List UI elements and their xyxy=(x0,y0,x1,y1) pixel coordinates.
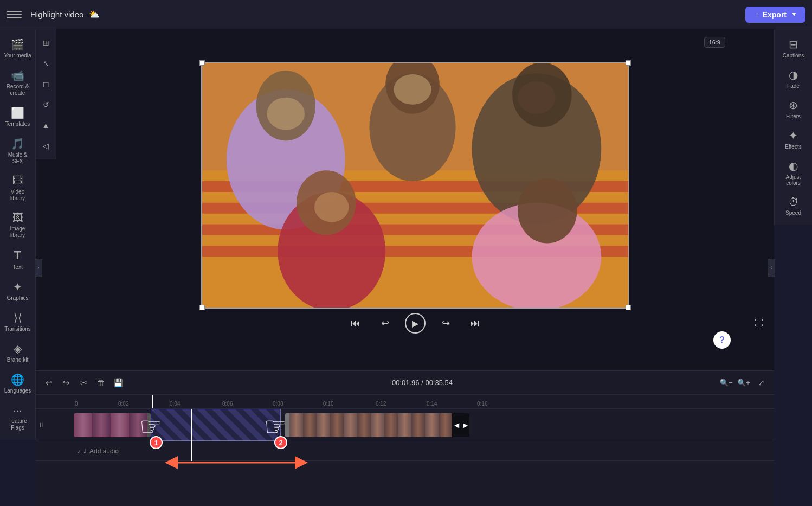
your-media-icon: 🎬 xyxy=(11,38,24,51)
svg-point-17 xyxy=(394,74,431,105)
sidebar-item-record-create[interactable]: 📹 Record & create xyxy=(2,65,34,101)
zoom-in-button[interactable]: 🔍+ xyxy=(736,375,751,390)
sidebar-item-brand-kit[interactable]: ◈ Brand kit xyxy=(2,338,34,368)
shape-tool[interactable]: ◁ xyxy=(38,138,54,154)
languages-icon: 🌐 xyxy=(11,373,24,386)
sidebar-item-video-library[interactable]: 🎞 Video library xyxy=(2,170,34,206)
captions-tool[interactable]: ⊟ Captions xyxy=(777,35,810,62)
sidebar-label-image-library: Image library xyxy=(4,226,32,239)
crop-tool[interactable]: ⊞ xyxy=(38,35,54,51)
filters-label: Filters xyxy=(786,113,801,119)
sidebar-item-text[interactable]: T Text xyxy=(2,244,34,275)
expand-timeline-button[interactable]: ⤢ xyxy=(753,375,769,390)
timeline-scroll-area[interactable]: 0 0:02 0:04 0:06 0:08 0:10 0:12 0:14 0:1… xyxy=(36,395,774,506)
ruler-mark-0: 0 xyxy=(75,401,78,407)
clip-frame xyxy=(289,413,303,437)
clip2-left-handle[interactable] xyxy=(285,413,289,437)
canvas-toolbar: ⊞ ⤡ ◻ ↺ ▲ ◁ xyxy=(36,29,56,159)
triangle-tool[interactable]: ▲ xyxy=(38,117,54,133)
scene-tool[interactable]: ◻ xyxy=(38,76,54,92)
save-snapshot-button[interactable]: 💾 xyxy=(111,375,126,390)
sidebar-label-text: Text xyxy=(12,264,22,271)
transitions-icon: ⟩⟨ xyxy=(14,311,22,324)
rotate-tool[interactable]: ↺ xyxy=(38,97,54,113)
handle-top-left[interactable] xyxy=(199,60,205,66)
record-icon: 📹 xyxy=(11,69,24,82)
menu-button[interactable] xyxy=(7,7,22,22)
forward-button[interactable]: ↪ xyxy=(436,314,455,332)
fade-tool[interactable]: ◑ Fade xyxy=(777,65,810,92)
video-library-icon: 🎞 xyxy=(12,175,23,187)
brand-kit-icon: ◈ xyxy=(14,342,22,355)
play-pause-button[interactable]: ▶ xyxy=(405,313,426,334)
redo-button[interactable]: ↪ xyxy=(59,375,74,390)
add-audio-row[interactable]: ♪ ♩ Add audio xyxy=(36,441,774,461)
speed-label: Speed xyxy=(785,210,801,216)
sidebar-item-music-sfx[interactable]: 🎵 Music & SFX xyxy=(2,133,34,169)
clip-frame xyxy=(129,413,147,437)
feature-flags-icon: ··· xyxy=(13,404,22,417)
sidebar-item-templates[interactable]: ⬜ Templates xyxy=(2,102,34,132)
sidebar-item-feature-flags[interactable]: ··· Feature Flags xyxy=(2,400,34,435)
video-track-content[interactable]: Family in Park laughing together xyxy=(74,409,774,441)
video-clip-2[interactable]: ◀ ▶ xyxy=(285,413,469,437)
sidebar-label-your-media: Your media xyxy=(4,53,31,59)
clip-frame xyxy=(371,413,384,437)
timeline-section: ↩ ↪ ✂ 🗑 💾 00:01.96 / 00:35.54 🔍− 🔍+ ⤢ 0 xyxy=(36,370,774,506)
right-panel-collapse-button[interactable]: ‹ xyxy=(768,259,775,277)
video-clip-1[interactable] xyxy=(74,413,151,437)
video-frame xyxy=(202,63,628,308)
clip-frame xyxy=(344,413,357,437)
adjust-colors-tool[interactable]: ◐ Adjust colors xyxy=(777,156,810,189)
clip-frame xyxy=(317,413,330,437)
sidebar-item-transitions[interactable]: ⟩⟨ Transitions xyxy=(2,307,34,337)
filters-tool[interactable]: ⊛ Filters xyxy=(777,95,810,123)
graphics-icon: ✦ xyxy=(13,280,22,293)
delete-button[interactable]: 🗑 xyxy=(93,375,108,390)
timeline-toolbar: ↩ ↪ ✂ 🗑 💾 00:01.96 / 00:35.54 🔍− 🔍+ ⤢ xyxy=(36,371,774,395)
sidebar-label-record-create: Record & create xyxy=(4,84,32,97)
templates-icon: ⬜ xyxy=(11,106,24,119)
clip-prev-arrow[interactable]: ◀ xyxy=(452,413,461,437)
left-sidebar-wrapper: 🎬 Your media 📹 Record & create ⬜ Templat… xyxy=(0,29,36,506)
clip-frame xyxy=(330,413,344,437)
tracks-container: ⏸ Family in Park laughing together xyxy=(36,409,774,461)
sidebar-collapse-button[interactable]: › xyxy=(35,259,42,277)
clip-next-arrow[interactable]: ▶ xyxy=(461,413,469,437)
sidebar-item-image-library[interactable]: 🖼 Image library xyxy=(2,207,34,243)
clip-frame xyxy=(303,413,317,437)
ruler-playhead xyxy=(152,395,153,408)
clip-frame xyxy=(411,413,425,437)
fade-icon: ◑ xyxy=(789,68,798,81)
zoom-out-button[interactable]: 🔍− xyxy=(719,375,734,390)
skip-to-end-button[interactable]: ⏭ xyxy=(466,314,484,332)
selected-region[interactable] xyxy=(151,409,281,441)
export-button[interactable]: ↑ Export ▾ xyxy=(745,7,805,23)
preview-wrapper: ⊞ ⤡ ◻ ↺ ▲ ◁ 16:9 xyxy=(36,29,774,370)
export-arrow-icon: ↑ xyxy=(755,10,759,18)
resize-tool[interactable]: ⤡ xyxy=(38,55,54,72)
rewind-button[interactable]: ↩ xyxy=(376,314,394,332)
left-sidebar: 🎬 Your media 📹 Record & create ⬜ Templat… xyxy=(0,29,36,440)
sidebar-label-languages: Languages xyxy=(4,388,31,394)
clip-frame xyxy=(384,413,398,437)
right-panel-wrapper: ‹ ⊟ Captions ◑ Fade ⊛ Filters ✦ Effects … xyxy=(774,29,812,506)
add-audio-label: Add audio xyxy=(89,447,119,455)
ruler-mark-5: 0:10 xyxy=(323,401,333,407)
sidebar-item-languages[interactable]: 🌐 Languages xyxy=(2,369,34,399)
adjust-colors-icon: ◐ xyxy=(789,159,798,172)
undo-button[interactable]: ↩ xyxy=(41,375,56,390)
filters-icon: ⊛ xyxy=(789,99,798,112)
sidebar-item-your-media[interactable]: 🎬 Your media xyxy=(2,34,34,63)
video-preview[interactable] xyxy=(201,62,629,309)
sidebar-label-brand-kit: Brand kit xyxy=(7,357,28,363)
cut-button[interactable]: ✂ xyxy=(76,375,91,390)
speed-tool[interactable]: ⏱ Speed xyxy=(777,193,810,219)
handle-top-right[interactable] xyxy=(626,60,631,66)
svg-point-18 xyxy=(518,81,556,114)
skip-to-start-button[interactable]: ⏮ xyxy=(346,314,365,332)
fullscreen-button[interactable]: ⛶ xyxy=(755,318,763,328)
ruler-mark-3: 0:06 xyxy=(222,401,233,407)
effects-tool[interactable]: ✦ Effects xyxy=(777,126,810,153)
sidebar-item-graphics[interactable]: ✦ Graphics xyxy=(2,276,34,306)
